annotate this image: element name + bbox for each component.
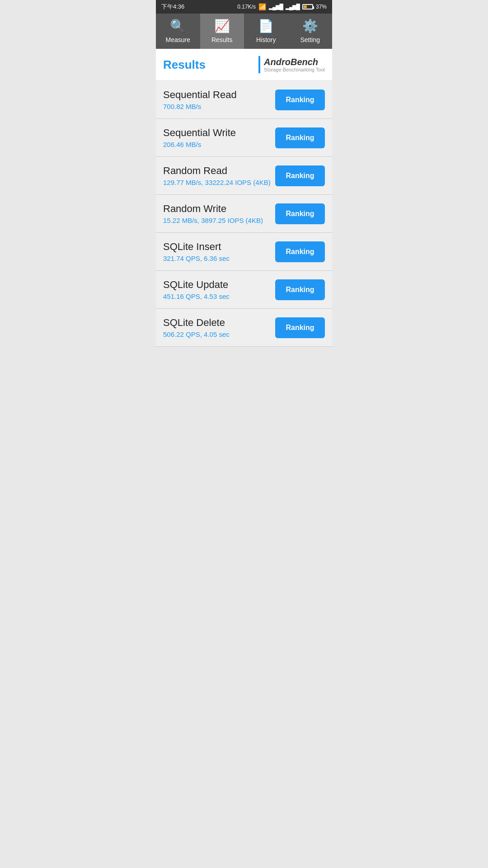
ranking-button-1[interactable]: Ranking xyxy=(275,127,325,148)
ranking-button-2[interactable]: Ranking xyxy=(275,165,325,186)
result-value-0: 700.82 MB/s xyxy=(163,103,275,110)
result-value-1: 206.46 MB/s xyxy=(163,141,275,148)
setting-label: Setting xyxy=(300,36,320,43)
result-info-0: Sequential Read 700.82 MB/s xyxy=(163,89,275,110)
result-value-3: 15.22 MB/s, 3897.25 IOPS (4KB) xyxy=(163,217,275,224)
wifi-icon: 📶 xyxy=(258,3,266,10)
signal-icon: ▂▄▆█ xyxy=(269,4,283,10)
result-value-4: 321.74 QPS, 6.36 sec xyxy=(163,255,275,262)
battery-icon xyxy=(302,4,313,9)
results-label: Results xyxy=(211,36,233,43)
ranking-button-4[interactable]: Ranking xyxy=(275,241,325,262)
status-right: 0.17K/s 📶 ▂▄▆█ ▂▄▆█ 37% xyxy=(237,3,327,10)
tab-setting[interactable]: ⚙️ Setting xyxy=(288,14,333,49)
result-info-1: Sequential Write 206.46 MB/s xyxy=(163,127,275,148)
result-name-4: SQLite Insert xyxy=(163,241,275,253)
signal-icon-2: ▂▄▆█ xyxy=(286,4,300,10)
brand-text: AndroBench Storage Benchmarking Tool xyxy=(264,57,325,72)
brand-name: AndroBench xyxy=(264,57,325,67)
tab-measure[interactable]: 🔍 Measure xyxy=(156,14,200,49)
page-header: Results AndroBench Storage Benchmarking … xyxy=(156,49,332,81)
brand-logo: AndroBench Storage Benchmarking Tool xyxy=(258,56,325,73)
status-bar: 下午4:36 0.17K/s 📶 ▂▄▆█ ▂▄▆█ 37% xyxy=(156,0,332,14)
measure-label: Measure xyxy=(166,36,190,43)
ranking-button-6[interactable]: Ranking xyxy=(275,317,325,338)
result-name-5: SQLite Update xyxy=(163,279,275,291)
result-row-6: SQLite Delete 506.22 QPS, 4.05 sec Ranki… xyxy=(156,309,332,347)
results-list: Sequential Read 700.82 MB/s Ranking Sequ… xyxy=(156,81,332,347)
result-info-4: SQLite Insert 321.74 QPS, 6.36 sec xyxy=(163,241,275,262)
result-value-2: 129.77 MB/s, 33222.24 IOPS (4KB) xyxy=(163,179,275,186)
result-row-3: Random Write 15.22 MB/s, 3897.25 IOPS (4… xyxy=(156,195,332,233)
tab-results[interactable]: 📈 Results xyxy=(200,14,244,49)
results-icon: 📈 xyxy=(214,20,230,33)
page-title: Results xyxy=(163,58,206,72)
result-info-2: Random Read 129.77 MB/s, 33222.24 IOPS (… xyxy=(163,165,275,186)
result-name-6: SQLite Delete xyxy=(163,317,275,329)
result-name-3: Random Write xyxy=(163,203,275,215)
setting-icon: ⚙️ xyxy=(302,20,318,33)
result-name-2: Random Read xyxy=(163,165,275,177)
result-row-1: Sequential Write 206.46 MB/s Ranking xyxy=(156,119,332,157)
result-info-6: SQLite Delete 506.22 QPS, 4.05 sec xyxy=(163,317,275,338)
brand-tagline: Storage Benchmarking Tool xyxy=(264,67,325,72)
battery-percent: 37% xyxy=(316,4,327,10)
result-row-2: Random Read 129.77 MB/s, 33222.24 IOPS (… xyxy=(156,157,332,195)
result-row-0: Sequential Read 700.82 MB/s Ranking xyxy=(156,81,332,119)
result-name-1: Sequential Write xyxy=(163,127,275,139)
measure-icon: 🔍 xyxy=(170,20,186,33)
nav-tabs: 🔍 Measure 📈 Results 📄 History ⚙️ Setting xyxy=(156,14,332,49)
history-label: History xyxy=(256,36,276,43)
tab-history[interactable]: 📄 History xyxy=(244,14,288,49)
result-row-4: SQLite Insert 321.74 QPS, 6.36 sec Ranki… xyxy=(156,233,332,271)
result-info-5: SQLite Update 451.16 QPS, 4.53 sec xyxy=(163,279,275,300)
result-name-0: Sequential Read xyxy=(163,89,275,101)
ranking-button-0[interactable]: Ranking xyxy=(275,90,325,110)
brand-bar xyxy=(258,56,260,73)
ranking-button-5[interactable]: Ranking xyxy=(275,279,325,300)
ranking-button-3[interactable]: Ranking xyxy=(275,203,325,224)
result-row-5: SQLite Update 451.16 QPS, 4.53 sec Ranki… xyxy=(156,271,332,309)
result-value-5: 451.16 QPS, 4.53 sec xyxy=(163,292,275,300)
result-value-6: 506.22 QPS, 4.05 sec xyxy=(163,330,275,338)
status-time: 下午4:36 xyxy=(161,3,184,11)
network-speed: 0.17K/s xyxy=(237,4,256,10)
history-icon: 📄 xyxy=(258,20,274,33)
result-info-3: Random Write 15.22 MB/s, 3897.25 IOPS (4… xyxy=(163,203,275,224)
